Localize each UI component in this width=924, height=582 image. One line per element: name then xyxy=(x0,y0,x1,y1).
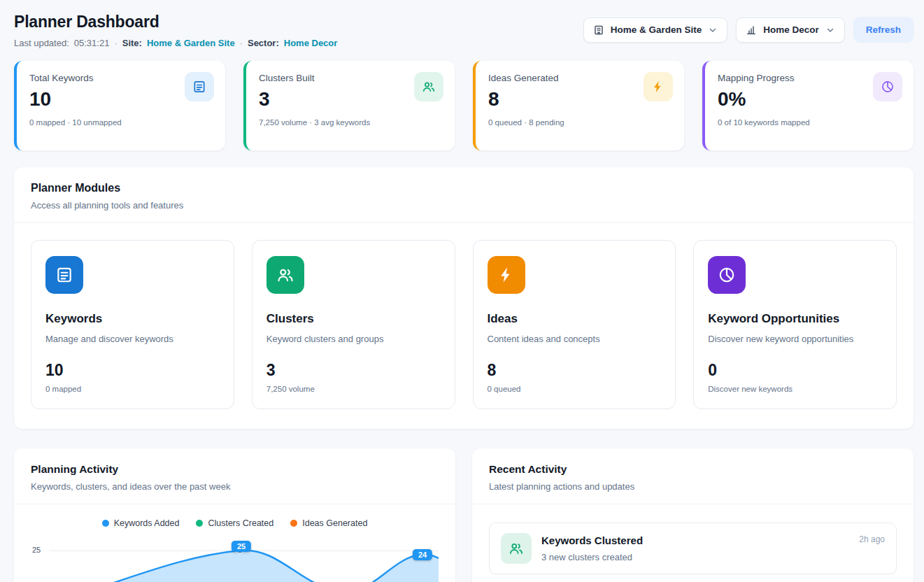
meta-separator: · xyxy=(240,38,243,48)
stat-subtext: 0 queued · 8 pending xyxy=(488,118,671,127)
module-value: 10 xyxy=(45,361,220,380)
module-description: Content ideas and concepts xyxy=(488,334,662,344)
activity-list-item[interactable]: Keywords Clustered 3 new clusters create… xyxy=(489,523,897,574)
legend-item-ideas-generated[interactable]: Ideas Generated xyxy=(290,518,367,528)
sector-selector-dropdown[interactable]: Home Decor xyxy=(736,17,845,43)
page-title: Planner Dashboard xyxy=(14,13,337,31)
section-title: Planner Modules xyxy=(31,182,897,194)
legend-dot-green xyxy=(196,520,203,527)
activity-item-text: Keywords Clustered 3 new clusters create… xyxy=(541,533,643,562)
modules-grid: Keywords Manage and discover keywords 10… xyxy=(14,223,914,429)
meta-separator: · xyxy=(114,38,117,48)
stat-subtext: 0 mapped · 10 unmapped xyxy=(29,118,213,127)
legend-label: Keywords Added xyxy=(114,518,180,528)
module-value: 0 xyxy=(708,361,882,380)
module-subtext: 0 queued xyxy=(488,385,662,393)
planner-dashboard-page: Planner Dashboard Last updated: 05:31:21… xyxy=(0,0,924,582)
document-icon xyxy=(185,72,214,101)
sector-selector-label: Home Decor xyxy=(763,24,819,35)
module-title: Clusters xyxy=(266,312,441,326)
data-point-label: 24 xyxy=(413,549,432,560)
planning-activity-header: Planning Activity Keywords, clusters, an… xyxy=(14,448,455,504)
stat-card-total-keywords: Total Keywords 10 0 mapped · 10 unmapped xyxy=(14,61,225,150)
stat-card-mapping-progress: Mapping Progress 0% 0 of 10 keywords map… xyxy=(702,61,914,150)
document-icon xyxy=(45,256,83,294)
pie-chart-icon xyxy=(873,72,902,101)
stat-card-ideas-generated: Ideas Generated 8 0 queued · 8 pending xyxy=(473,61,684,150)
legend-dot-blue xyxy=(102,520,109,527)
users-icon xyxy=(414,72,443,101)
site-selector-label: Home & Garden Site xyxy=(611,24,702,35)
legend-label: Clusters Created xyxy=(208,518,273,528)
module-title: Keywords xyxy=(45,312,220,326)
bolt-icon xyxy=(644,72,673,101)
legend-item-keywords-added[interactable]: Keywords Added xyxy=(102,518,180,528)
users-icon xyxy=(501,533,532,564)
bottom-row: Planning Activity Keywords, clusters, an… xyxy=(14,448,914,582)
page-header: Planner Dashboard Last updated: 05:31:21… xyxy=(14,13,914,48)
module-description: Discover new keyword opportunities xyxy=(708,334,882,344)
sector-label: Sector: xyxy=(248,38,279,48)
recent-activity-card: Recent Activity Latest planning actions … xyxy=(472,448,914,582)
module-description: Keyword clusters and groups xyxy=(266,334,441,344)
module-subtext: 0 mapped xyxy=(45,385,220,393)
chevron-down-icon xyxy=(708,25,718,35)
activity-item-timestamp: 2h ago xyxy=(859,534,885,544)
module-card-clusters[interactable]: Clusters Keyword clusters and groups 3 7… xyxy=(252,240,455,409)
section-subtitle: Access all planning tools and features xyxy=(31,200,897,211)
chart-legend: Keywords Added Clusters Created Ideas Ge… xyxy=(14,518,455,528)
stat-subtext: 7,250 volume · 3 avg keywords xyxy=(259,118,442,127)
site-label: Site: xyxy=(122,38,142,48)
y-axis-tick: 25 xyxy=(32,546,41,554)
stat-cards-row: Total Keywords 10 0 mapped · 10 unmapped… xyxy=(14,61,914,150)
planner-modules-header: Planner Modules Access all planning tool… xyxy=(14,167,914,223)
activity-item-title: Keywords Clustered xyxy=(541,534,643,546)
legend-dot-orange xyxy=(290,520,297,527)
legend-item-clusters-created[interactable]: Clusters Created xyxy=(196,518,273,528)
header-controls: Home & Garden Site Home Decor Refresh xyxy=(583,17,914,43)
site-selector-dropdown[interactable]: Home & Garden Site xyxy=(583,17,728,43)
module-title: Keyword Opportunities xyxy=(708,312,882,326)
recent-activity-header: Recent Activity Latest planning actions … xyxy=(472,448,914,504)
module-title: Ideas xyxy=(488,312,662,326)
planning-activity-card: Planning Activity Keywords, clusters, an… xyxy=(14,448,455,582)
data-point-label: 25 xyxy=(232,541,251,552)
stat-subtext: 0 of 10 keywords mapped xyxy=(718,118,901,127)
refresh-button[interactable]: Refresh xyxy=(853,17,914,43)
header-left: Planner Dashboard Last updated: 05:31:21… xyxy=(14,13,337,48)
module-subtext: 7,250 volume xyxy=(266,385,441,393)
planning-activity-chart: 25 25 24 xyxy=(31,537,439,582)
stat-card-clusters-built: Clusters Built 3 7,250 volume · 3 avg ke… xyxy=(243,61,455,150)
module-card-keywords[interactable]: Keywords Manage and discover keywords 10… xyxy=(31,240,234,409)
pie-chart-icon xyxy=(708,256,746,294)
module-card-keyword-opportunities[interactable]: Keyword Opportunities Discover new keywo… xyxy=(693,240,897,409)
module-value: 8 xyxy=(488,361,662,380)
legend-label: Ideas Generated xyxy=(302,518,367,528)
section-title: Recent Activity xyxy=(489,463,897,476)
last-updated-label: Last updated: xyxy=(14,38,69,48)
module-subtext: Discover new keywords xyxy=(708,385,882,393)
section-subtitle: Keywords, clusters, and ideas over the p… xyxy=(31,481,439,492)
header-meta-row: Last updated: 05:31:21 · Site: Home & Ga… xyxy=(14,38,337,48)
activity-item-description: 3 new clusters created xyxy=(541,552,643,562)
module-description: Manage and discover keywords xyxy=(45,334,220,344)
section-title: Planning Activity xyxy=(31,463,439,476)
module-value: 3 xyxy=(266,361,441,380)
chevron-down-icon xyxy=(825,25,835,35)
last-updated-time: 05:31:21 xyxy=(74,38,110,48)
bolt-icon xyxy=(488,256,525,294)
users-icon xyxy=(266,256,304,294)
planner-modules-panel: Planner Modules Access all planning tool… xyxy=(14,167,914,429)
site-link[interactable]: Home & Garden Site xyxy=(147,38,235,48)
sector-link[interactable]: Home Decor xyxy=(284,38,338,48)
section-subtitle: Latest planning actions and updates xyxy=(489,481,897,492)
module-card-ideas[interactable]: Ideas Content ideas and concepts 8 0 que… xyxy=(473,240,676,409)
bar-chart-icon xyxy=(746,24,757,36)
building-icon xyxy=(593,24,604,36)
